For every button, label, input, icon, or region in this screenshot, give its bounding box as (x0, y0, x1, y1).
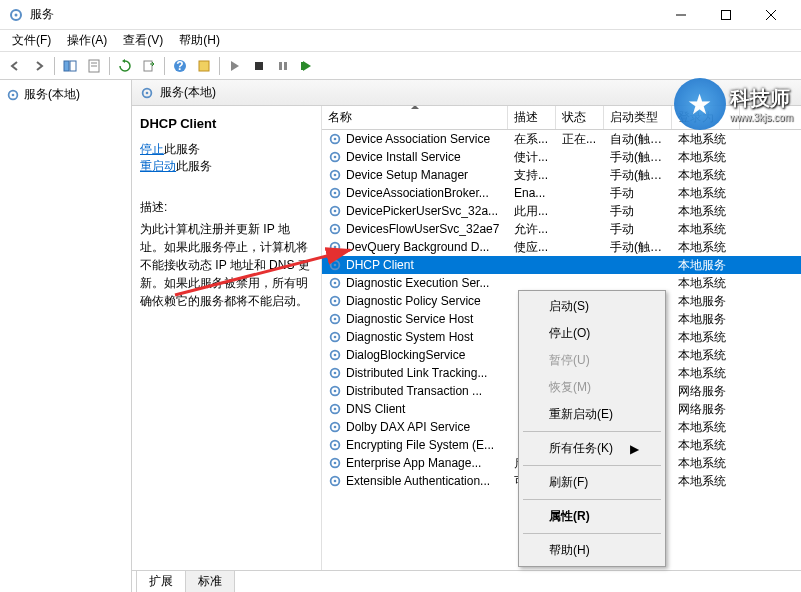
gear-icon (328, 186, 342, 200)
gear-icon (328, 258, 342, 272)
svg-point-52 (334, 390, 337, 393)
nav-services-local[interactable]: 服务(本地) (4, 84, 127, 105)
gear-icon (328, 366, 342, 380)
separator (523, 465, 661, 466)
service-logon: 本地系统 (672, 275, 740, 292)
service-name: Diagnostic Service Host (346, 312, 473, 326)
table-row[interactable]: Device Association Service在系...正在...自动(触… (322, 130, 801, 148)
separator (164, 57, 165, 75)
service-logon: 本地系统 (672, 149, 740, 166)
table-row[interactable]: Device Install Service使计...手动(触发...本地系统 (322, 148, 801, 166)
svg-point-36 (334, 246, 337, 249)
ctx-all-tasks[interactable]: 所有任务(K)▶ (521, 435, 663, 462)
tab-standard[interactable]: 标准 (185, 570, 235, 592)
properties-icon-button[interactable] (193, 55, 215, 77)
ctx-start[interactable]: 启动(S) (521, 293, 663, 320)
service-logon: 本地服务 (672, 293, 740, 310)
help-button[interactable]: ? (169, 55, 191, 77)
service-logon: 网络服务 (672, 401, 740, 418)
restart-service-button[interactable] (296, 55, 318, 77)
app-icon (8, 7, 24, 23)
service-logon: 本地系统 (672, 419, 740, 436)
back-button[interactable] (4, 55, 26, 77)
tab-extended[interactable]: 扩展 (136, 570, 186, 592)
toolbar: ? (0, 52, 801, 80)
separator (219, 57, 220, 75)
navigation-tree: 服务(本地) (0, 80, 132, 592)
pause-service-button[interactable] (272, 55, 294, 77)
service-logon: 本地服务 (672, 311, 740, 328)
svg-point-38 (334, 264, 337, 267)
show-hide-tree-button[interactable] (59, 55, 81, 77)
service-description: 支持... (508, 167, 556, 184)
gear-icon (328, 150, 342, 164)
service-description: 使应... (508, 239, 556, 256)
export-button[interactable] (138, 55, 160, 77)
service-logon: 本地系统 (672, 167, 740, 184)
minimize-button[interactable] (658, 0, 703, 30)
gear-icon (328, 132, 342, 146)
service-startup: 手动 (604, 203, 672, 220)
start-service-button[interactable] (224, 55, 246, 77)
service-status: 正在... (556, 131, 604, 148)
svg-point-62 (334, 480, 337, 483)
service-description: 在系... (508, 131, 556, 148)
menu-action[interactable]: 操作(A) (59, 30, 115, 51)
table-row[interactable]: DevicePickerUserSvc_32a...此用...手动本地系统 (322, 202, 801, 220)
ctx-refresh[interactable]: 刷新(F) (521, 469, 663, 496)
ctx-resume: 恢复(M) (521, 374, 663, 401)
maximize-button[interactable] (703, 0, 748, 30)
watermark-url: www.3kjs.com (730, 112, 793, 123)
detail-pane: DHCP Client 停止此服务 重启动此服务 描述: 为此计算机注册并更新 … (132, 106, 322, 570)
close-button[interactable] (748, 0, 793, 30)
table-row[interactable]: DevQuery Background D...使应...手动(触发...本地系… (322, 238, 801, 256)
content-body: DHCP Client 停止此服务 重启动此服务 描述: 为此计算机注册并更新 … (132, 106, 801, 570)
service-logon: 本地系统 (672, 203, 740, 220)
gear-icon (328, 204, 342, 218)
ctx-restart[interactable]: 重新启动(E) (521, 401, 663, 428)
gear-icon (328, 276, 342, 290)
service-logon: 本地系统 (672, 473, 740, 490)
service-name: Encrypting File System (E... (346, 438, 494, 452)
menu-help[interactable]: 帮助(H) (171, 30, 228, 51)
service-name: Device Setup Manager (346, 168, 468, 182)
service-logon: 本地系统 (672, 131, 740, 148)
service-name: Diagnostic System Host (346, 330, 473, 344)
svg-point-26 (334, 156, 337, 159)
table-row[interactable]: DHCP Client本地服务 (322, 256, 801, 274)
column-startup[interactable]: 启动类型 (604, 106, 672, 129)
svg-rect-16 (279, 62, 282, 70)
refresh-button[interactable] (114, 55, 136, 77)
stop-service-button[interactable] (248, 55, 270, 77)
svg-rect-3 (721, 10, 730, 19)
gear-icon (328, 438, 342, 452)
column-status[interactable]: 状态 (556, 106, 604, 129)
column-description[interactable]: 描述 (508, 106, 556, 129)
service-description: 允许... (508, 221, 556, 238)
stop-link[interactable]: 停止 (140, 142, 164, 156)
view-tabs: 扩展 标准 (132, 570, 801, 592)
properties-button[interactable] (83, 55, 105, 77)
ctx-help[interactable]: 帮助(H) (521, 537, 663, 564)
gear-icon (328, 168, 342, 182)
separator (109, 57, 110, 75)
table-row[interactable]: DeviceAssociationBroker...Ena...手动本地系统 (322, 184, 801, 202)
menu-view[interactable]: 查看(V) (115, 30, 171, 51)
forward-button[interactable] (28, 55, 50, 77)
watermark-brand: 科技师 (730, 85, 793, 112)
svg-point-58 (334, 444, 337, 447)
service-logon: 本地系统 (672, 185, 740, 202)
service-startup: 自动(触发... (604, 131, 672, 148)
ctx-pause: 暂停(U) (521, 347, 663, 374)
column-name[interactable]: 名称 (322, 106, 508, 129)
gear-icon (6, 88, 20, 102)
gear-icon (328, 474, 342, 488)
menu-file[interactable]: 文件(F) (4, 30, 59, 51)
table-row[interactable]: DevicesFlowUserSvc_32ae7允许...手动本地系统 (322, 220, 801, 238)
service-name: DeviceAssociationBroker... (346, 186, 489, 200)
service-startup: 手动(触发... (604, 167, 672, 184)
restart-link[interactable]: 重启动 (140, 159, 176, 173)
ctx-stop[interactable]: 停止(O) (521, 320, 663, 347)
table-row[interactable]: Device Setup Manager支持...手动(触发...本地系统 (322, 166, 801, 184)
ctx-properties[interactable]: 属性(R) (521, 503, 663, 530)
